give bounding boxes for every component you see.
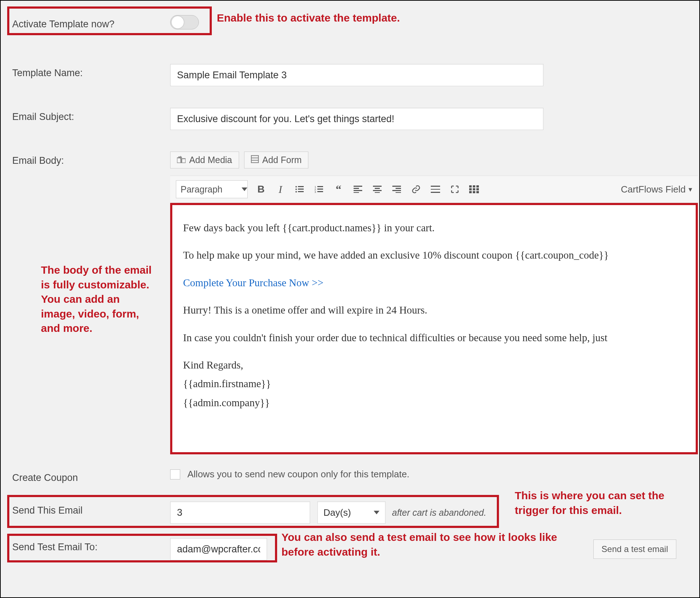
chevron-down-icon	[242, 187, 247, 191]
svg-rect-0	[177, 158, 181, 163]
read-more-icon[interactable]	[429, 183, 442, 195]
template-name-label: Template Name:	[12, 64, 170, 79]
svg-rect-25	[392, 186, 401, 187]
media-icon	[177, 155, 186, 165]
body-line: {{admin.company}}	[183, 394, 685, 411]
svg-rect-36	[473, 188, 475, 190]
italic-icon[interactable]: I	[274, 183, 286, 195]
svg-rect-31	[431, 192, 440, 193]
body-line: Hurry! This is a onetime offer and will …	[183, 302, 685, 318]
add-media-label: Add Media	[189, 155, 232, 165]
body-line: In case you couldn't finish your order d…	[183, 329, 685, 346]
svg-rect-18	[354, 188, 359, 189]
body-line: {{admin.firstname}}	[183, 375, 685, 392]
svg-point-9	[295, 191, 297, 193]
svg-rect-10	[298, 191, 304, 192]
svg-text:3: 3	[314, 190, 316, 193]
svg-rect-27	[392, 190, 401, 191]
svg-rect-34	[476, 185, 479, 187]
email-subject-input[interactable]	[170, 108, 543, 130]
svg-rect-35	[469, 188, 472, 190]
chevron-down-icon: ▾	[689, 185, 692, 194]
template-name-input[interactable]	[170, 64, 543, 86]
svg-rect-6	[298, 186, 304, 187]
body-line: To help make up your mind, we have added…	[183, 247, 685, 263]
svg-rect-22	[375, 188, 380, 189]
align-center-icon[interactable]	[371, 183, 383, 195]
svg-rect-16	[317, 191, 323, 192]
svg-rect-19	[354, 190, 362, 191]
svg-rect-20	[354, 192, 359, 193]
email-body-label: Email Body:	[12, 152, 170, 166]
link-icon[interactable]	[410, 183, 422, 195]
email-subject-label: Email Subject:	[12, 108, 170, 122]
add-media-button[interactable]: Add Media	[170, 152, 239, 168]
svg-rect-26	[396, 188, 401, 189]
email-body-editor[interactable]: Few days back you left {{cart.product.na…	[170, 203, 698, 454]
add-form-label: Add Form	[262, 155, 302, 165]
toolbar-toggle-icon[interactable]	[468, 183, 480, 195]
bullet-list-icon[interactable]	[294, 183, 306, 195]
svg-rect-2	[251, 156, 258, 163]
svg-rect-37	[476, 188, 479, 190]
create-coupon-checkbox[interactable]	[170, 469, 180, 479]
numbered-list-icon[interactable]: 123	[313, 183, 325, 195]
add-form-button[interactable]: Add Form	[244, 152, 309, 168]
body-line: Few days back you left {{cart.product.na…	[183, 219, 685, 236]
svg-rect-21	[373, 186, 382, 187]
svg-rect-17	[354, 186, 362, 187]
svg-rect-38	[469, 191, 472, 193]
svg-rect-32	[469, 185, 472, 187]
align-left-icon[interactable]	[352, 183, 364, 195]
svg-rect-39	[473, 191, 475, 193]
svg-rect-8	[298, 189, 304, 190]
bold-icon[interactable]: B	[255, 183, 267, 195]
svg-rect-12	[317, 186, 323, 187]
create-coupon-label: Create Coupon	[12, 469, 170, 483]
annotation-activate: Enable this to activate the template.	[217, 11, 400, 26]
svg-rect-24	[375, 192, 380, 193]
svg-rect-33	[473, 185, 475, 187]
svg-rect-23	[373, 190, 382, 191]
annotation-body: The body of the email is fully customiza…	[41, 263, 156, 336]
fullscreen-icon[interactable]	[449, 183, 461, 195]
send-test-email-button[interactable]: Send a test email	[593, 539, 676, 559]
body-line: Kind Regards,	[183, 357, 685, 373]
form-icon	[251, 155, 259, 165]
annotation-test: You can also send a test email to see ho…	[281, 530, 561, 559]
complete-purchase-link[interactable]: Complete Your Purchase Now >>	[183, 277, 323, 288]
annotation-trigger: This is where you can set the trigger fo…	[515, 488, 673, 518]
blockquote-icon[interactable]: “	[332, 183, 345, 195]
svg-point-7	[295, 189, 297, 190]
svg-rect-30	[431, 189, 440, 190]
svg-rect-40	[476, 191, 479, 193]
paragraph-format-select[interactable]: Paragraph	[176, 180, 248, 198]
svg-point-5	[295, 186, 297, 187]
cartflows-field-dropdown[interactable]: CartFlows Field ▾	[621, 184, 692, 195]
svg-rect-1	[182, 159, 186, 163]
align-right-icon[interactable]	[391, 183, 403, 195]
editor-toolbar: Paragraph B I 123 “ CartFlows Field	[170, 176, 698, 203]
svg-rect-28	[396, 192, 401, 193]
svg-rect-29	[431, 186, 440, 187]
svg-rect-14	[317, 189, 323, 190]
create-coupon-desc: Allows you to send new coupon only for t…	[187, 469, 410, 480]
